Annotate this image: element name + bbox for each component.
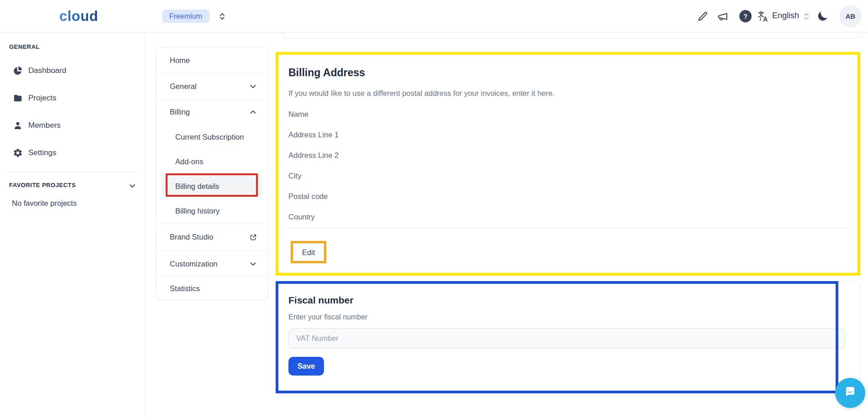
logo[interactable]: cloud (59, 8, 98, 25)
settings-gear-icon (13, 148, 23, 158)
sidebar-divider (6, 172, 139, 172)
sidebar-item-dashboard[interactable]: Dashboard (0, 57, 145, 84)
nav-item-billing[interactable]: Billing (156, 99, 268, 125)
sidebar: GENERAL Dashboard Projects (0, 32, 145, 418)
edit-pencil-icon[interactable] (697, 10, 709, 22)
favorites-empty-text: No favorite projects (12, 199, 77, 208)
field-label-address-line-1: Address Line 1 (288, 131, 339, 139)
nav-item-billing-details[interactable]: Billing details (156, 174, 268, 199)
nav-item-label: Add-ons (175, 157, 203, 166)
help-icon[interactable]: ? (739, 10, 752, 22)
sidebar-item-members[interactable]: Members (0, 112, 145, 139)
nav-item-home[interactable]: Home (156, 47, 268, 73)
field-label-name: Name (288, 110, 309, 119)
help-glyph: ? (743, 13, 748, 20)
sidebar-item-label: Settings (28, 148, 56, 157)
chat-bubble-icon (843, 385, 858, 401)
annotation-yellow-box (276, 52, 860, 276)
billing-address-title: Billing Address (288, 67, 365, 79)
sidebar-item-label: Projects (28, 94, 56, 103)
sidebar-section-general-title: GENERAL (9, 43, 40, 50)
nav-item-statistics[interactable]: Statistics (156, 277, 268, 301)
nav-item-label: Statistics (170, 284, 200, 293)
language-label[interactable]: English (772, 11, 799, 21)
settings-nav: Home General Billing Current Subscriptio… (156, 47, 268, 300)
top-bar: cloud Freemium ? 文 A (0, 0, 868, 32)
nav-item-label: Customization (170, 260, 218, 268)
billing-address-description: If you would like to use a different pos… (288, 89, 554, 98)
nav-item-general[interactable]: General (156, 73, 268, 99)
nav-item-label: General (170, 82, 197, 91)
chat-launcher-button[interactable] (835, 378, 865, 408)
field-label-postal-code: Postal code (288, 192, 328, 201)
megaphone-icon[interactable] (717, 10, 729, 22)
members-person-icon (13, 120, 23, 131)
avatar[interactable]: AB (840, 5, 861, 27)
nav-item-billing-history[interactable]: Billing history (156, 199, 268, 223)
sidebar-item-label: Dashboard (28, 66, 66, 75)
chevron-up-icon (249, 108, 257, 116)
edit-button[interactable]: Edit (293, 244, 324, 261)
nav-item-current-subscription[interactable]: Current Subscription (156, 125, 268, 149)
nav-item-label: Home (170, 56, 190, 65)
projects-folder-icon (13, 93, 23, 103)
favorites-chevron-down-icon[interactable] (128, 182, 136, 190)
nav-item-label: Billing (170, 108, 190, 116)
field-label-address-line-2: Address Line 2 (288, 151, 339, 160)
save-button[interactable]: Save (288, 357, 324, 376)
nav-item-brand-studio[interactable]: Brand Studio (156, 223, 268, 251)
field-label-city: City (288, 172, 301, 180)
dashboard-pie-icon (13, 66, 23, 76)
field-label-country: Country (288, 213, 315, 221)
plan-badge[interactable]: Freemium (162, 10, 209, 23)
language-selector-chevron-icon[interactable] (803, 13, 810, 20)
sidebar-item-settings[interactable]: Settings (0, 139, 145, 167)
app-root: cloud Freemium ? 文 A (0, 0, 868, 418)
fiscal-number-subtitle: Enter your fiscal number (288, 313, 367, 321)
fiscal-number-title: Fiscal number (288, 295, 353, 306)
chevron-down-icon (249, 260, 257, 268)
vat-number-input[interactable] (288, 328, 845, 349)
nav-item-add-ons[interactable]: Add-ons (156, 149, 268, 174)
nav-item-customization[interactable]: Customization (156, 251, 268, 277)
external-link-icon (249, 233, 257, 241)
translate-icon[interactable]: 文 A (758, 10, 769, 22)
nav-item-label: Brand Studio (170, 233, 213, 241)
nav-item-label: Current Subscription (175, 133, 244, 141)
plan-selector-chevron-icon[interactable] (218, 12, 227, 21)
billing-address-divider (288, 228, 847, 229)
dark-mode-moon-icon[interactable] (816, 10, 828, 22)
svg-text:A: A (763, 16, 768, 22)
sidebar-item-projects[interactable]: Projects (0, 84, 145, 112)
nav-item-label: Billing history (175, 207, 220, 215)
sidebar-section-favorites-title: FAVORITE PROJECTS (9, 182, 76, 188)
nav-item-label: Billing details (175, 182, 219, 191)
sidebar-item-label: Members (28, 121, 61, 130)
chevron-down-icon (249, 83, 257, 90)
